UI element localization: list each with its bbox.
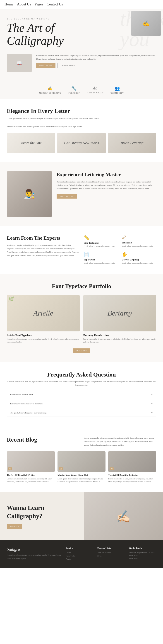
gallery-item-2: Get Dreamy New Year's xyxy=(57,133,106,153)
footer-further-col: Further Links Term & Condition News xyxy=(97,547,125,561)
footer: ℬaligra Lorem ipsum dolor sit amet, cons… xyxy=(0,540,163,568)
community-icon: 👥 xyxy=(115,86,120,91)
blog-header-left: Recent Blog xyxy=(7,436,79,447)
portfolio-img-bertamy: Bertamy xyxy=(83,295,156,332)
line-technique-title: Line Technique xyxy=(84,242,118,244)
portfolio-bertamy-subtitle: Bertamy Handwriting xyxy=(83,334,156,337)
master-contact-button[interactable]: Contact Us xyxy=(57,194,77,198)
hero-description: Lorem ipsum dolor sit amet, consectetur … xyxy=(36,54,156,60)
nav-item-contact[interactable]: Contact Us xyxy=(47,2,63,6)
portfolio-item-arielle: Arielle 🌿 Arielle Font Typeface Lorem ip… xyxy=(7,295,80,344)
community-label: Community xyxy=(111,92,124,94)
footer-further-link-1[interactable]: Term & Condition xyxy=(97,552,111,554)
expert-correct-gripping: ✋ Correct Gripping Ut elit tellus, luctu… xyxy=(122,252,156,265)
hero-image-inner: ✍ xyxy=(131,11,161,36)
faq-section: Frequently Asked Question Vivamus sollic… xyxy=(0,362,163,427)
elegance-desc1: Lorem ipsum dolor sit amet, hendrerit au… xyxy=(7,117,156,120)
faq-question-2: Far far away behind the word mountains xyxy=(10,402,43,405)
workshop-icon: 🔧 xyxy=(71,86,76,91)
footer-further-title: Further Links xyxy=(97,547,125,550)
blog-num-2: 02 xyxy=(59,468,63,470)
master-section: 👨‍🎨 Experienced Lettering Master Aenean … xyxy=(0,162,163,226)
footer-contact-phone2: 425-678-6432 xyxy=(129,558,156,560)
brush-nib-title: Brush Nib xyxy=(122,242,156,244)
elegance-gallery: You're the One Get Dreamy New Year's Bru… xyxy=(7,133,156,153)
hero-title-line1: The Art of xyxy=(7,21,54,34)
paper-type-desc: Ut elit tellus, luctus nec ullamcorper m… xyxy=(84,262,118,265)
gallery-item-1: You're the One xyxy=(7,133,55,153)
faq-question-1: Lorem ipsum dolor sit amet xyxy=(10,394,33,396)
footer-service-link-3[interactable]: Plugins xyxy=(66,558,71,560)
master-title: Experienced Lettering Master xyxy=(57,171,156,178)
nav-item-about[interactable]: About Us xyxy=(17,2,31,6)
modern-lettering-icon: ✍ xyxy=(47,86,52,91)
hero-title-line2: Calligraphy xyxy=(7,34,64,47)
gallery-text-2: Get Dreamy New Year's xyxy=(62,139,101,147)
hero-learn-more-button[interactable]: Learn More xyxy=(57,63,78,68)
blog-post-title-3: The Art Of Beautiful Lettering xyxy=(108,474,156,477)
footer-service-title: Service xyxy=(66,547,93,550)
footer-grid: ℬaligra Lorem ipsum dolor sit amet, cons… xyxy=(7,547,156,561)
portfolio-arielle-desc: Lorem ipsum dolor sit amet, consectetur … xyxy=(7,338,80,344)
hero-thumb-image: 📖 xyxy=(7,54,32,72)
experts-left: Learn From The Experts Vestibulum feugia… xyxy=(7,235,79,265)
blog-section: Recent Blog Lorem ipsum dolor sit amet, … xyxy=(0,427,163,492)
nav-item-home[interactable]: Home xyxy=(4,2,13,6)
footer-further-link-2[interactable]: News xyxy=(97,555,101,557)
line-technique-icon: 📏 xyxy=(84,235,118,240)
experts-right: 📏 Line Technique Ut elit tellus, luctus … xyxy=(84,235,156,265)
expert-brush-nib: 🖊 Brush Nib Ut elit tellus, luctus nec u… xyxy=(122,235,156,248)
correct-gripping-icon: ✋ xyxy=(122,252,156,257)
line-technique-desc: Ut elit tellus, luctus nec ullamcorper m… xyxy=(84,245,118,248)
correct-gripping-title: Correct Gripping xyxy=(122,258,156,261)
cta-signup-button[interactable]: Sign Up xyxy=(7,524,22,529)
expert-paper-type: 📄 Paper Type Ut elit tellus, luctus nec … xyxy=(84,252,118,265)
feature-modern-lettering: ✍ Modern Lettering xyxy=(39,86,61,94)
footer-service-link-1[interactable]: Theme xyxy=(66,552,71,554)
feature-workshop: 🔧 Workshop xyxy=(68,86,80,94)
portfolio-bertamy-desc: Lorem ipsum dolor sit amet, consectetur … xyxy=(83,338,156,344)
footer-service-item-3[interactable]: Plugins xyxy=(66,558,93,560)
portfolio-item-bertamy: Bertamy Bertamy Handwriting Lorem ipsum … xyxy=(83,295,156,344)
footer-further-item-1[interactable]: Term & Condition xyxy=(97,552,125,554)
footer-service-col: Service Theme Frameworks Plugins xyxy=(66,547,93,561)
gallery-text-1: You're the One xyxy=(18,139,44,147)
font-typeface-icon: Aa xyxy=(93,86,97,91)
faq-item-1[interactable]: Lorem ipsum dolor sit amet ∨ xyxy=(7,391,156,398)
footer-service-item-2[interactable]: Frameworks xyxy=(66,555,93,557)
experts-description: Vestibulum feugiat nisl vel ligula, grav… xyxy=(7,244,79,258)
faq-item-2[interactable]: Far far away behind the word mountains ∨ xyxy=(7,400,156,407)
portfolio-section: Font Typeface Portfolio Arielle 🌿 Ariell… xyxy=(0,274,163,362)
blog-img-2: 02 xyxy=(57,451,106,472)
footer-contact-phone1: 425-678-6432 xyxy=(129,555,156,557)
footer-brand: ℬaligra Lorem ipsum dolor sit amet, cons… xyxy=(7,547,61,561)
correct-gripping-desc: Ut elit tellus, luctus nec ullamcorper m… xyxy=(122,262,156,265)
blog-header-right: Lorem ipsum dolor sit amet, consectetur … xyxy=(84,436,156,447)
portfolio-see-more-button[interactable]: See More xyxy=(73,348,90,353)
faq-chevron-1: ∨ xyxy=(151,394,153,396)
hero-read-more-button[interactable]: Read More xyxy=(36,63,55,68)
blog-num-1: 01 xyxy=(8,468,12,470)
master-image: 👨‍🎨 xyxy=(7,171,52,217)
blog-description: Lorem ipsum dolor sit amet, consectetur … xyxy=(84,436,156,447)
hero-section: thankyou ✍ The Elegance of Writing The A… xyxy=(0,8,163,81)
cta-section: Wanna Learn Calligraphy? Sign Up ✍🏻 xyxy=(0,492,163,540)
gallery-text-3: Brush Lettering xyxy=(118,139,146,147)
paper-type-title: Paper Type xyxy=(84,258,118,261)
faq-question-3: The quick, brown fox jumps over a lazy d… xyxy=(10,412,46,414)
faq-title: Frequently Asked Question xyxy=(7,371,156,378)
blog-header: Recent Blog Lorem ipsum dolor sit amet, … xyxy=(7,436,156,447)
expert-line-technique: 📏 Line Technique Ut elit tellus, luctus … xyxy=(84,235,118,248)
footer-service-link-2[interactable]: Frameworks xyxy=(66,555,75,557)
nav-item-pages[interactable]: Pages xyxy=(35,2,43,6)
paper-type-icon: 📄 xyxy=(84,252,118,257)
footer-service-item-1[interactable]: Theme xyxy=(66,552,93,554)
experts-title: Learn From The Experts xyxy=(7,235,79,242)
portfolio-bertamy-name: Bertamy xyxy=(108,309,132,317)
faq-item-3[interactable]: The quick, brown fox jumps over a lazy d… xyxy=(7,409,156,416)
footer-further-item-2[interactable]: News xyxy=(97,555,125,557)
blog-post-text-1: Lorem ipsum dolor sit amet, consectetur … xyxy=(7,478,55,484)
blog-img-3: 03 xyxy=(108,451,156,472)
elegance-title: Elegance In Every Letter xyxy=(7,108,156,114)
footer-contact-address: 2443 Oak Ridge Ontario, CA 45922 xyxy=(129,552,156,554)
